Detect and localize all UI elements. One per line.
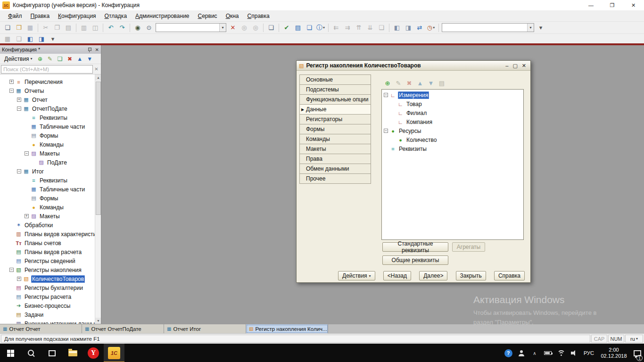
windows-panel-button[interactable]: ◨: [403, 23, 413, 33]
toolbar2-overflow-button[interactable]: ▾: [48, 34, 58, 43]
next-button[interactable]: Далее>: [419, 271, 447, 280]
config-tree-item[interactable]: ▤Регистры расчета: [0, 292, 95, 301]
dialog-tab-11[interactable]: Прочее: [299, 173, 371, 184]
collapse-icon[interactable]: −: [9, 89, 14, 93]
properties-panel-button[interactable]: ◧: [392, 23, 402, 33]
mdi-tab-4[interactable]: ▧Регистр накопления Колич...: [246, 324, 328, 333]
mdi-tab-1[interactable]: ▦Отчет Отчет: [0, 324, 82, 333]
dialog-tab-5[interactable]: Регистраторы: [299, 114, 371, 124]
tree-search-input[interactable]: [1, 65, 93, 74]
config-tree-item[interactable]: +≡Перечисления: [0, 77, 95, 86]
dialog-tab-6[interactable]: Формы: [299, 124, 371, 134]
file-explorer-button[interactable]: [62, 344, 83, 362]
config-tree-item[interactable]: ▤Регистры бухгалтерии: [0, 283, 95, 292]
config-tree-item[interactable]: ●Команды: [0, 140, 95, 149]
dialog-tab-1[interactable]: Основные: [299, 74, 371, 85]
move-up-button[interactable]: ▲: [75, 54, 84, 63]
dialog-tree-item[interactable]: ∟Товар: [382, 99, 523, 108]
dialog-tab-2[interactable]: Подсистемы: [299, 84, 371, 95]
copy-object-button[interactable]: ❏: [56, 54, 65, 63]
dialog-title-bar[interactable]: ▧ Регистр накопления КоличествоТоваров –…: [297, 61, 530, 71]
onec-app-button[interactable]: 1С: [104, 344, 124, 362]
quick-search-combobox[interactable]: [156, 24, 219, 32]
compare-button[interactable]: ⇄: [414, 23, 425, 33]
common-attributes-button[interactable]: Общие реквизиты: [382, 255, 448, 265]
scroll-up-icon[interactable]: ▲: [95, 74, 101, 81]
dialog-tab-8[interactable]: Макеты: [299, 144, 371, 154]
open-document-button[interactable]: ❒: [14, 23, 24, 33]
config-tree-item[interactable]: −▨Макеты: [0, 149, 95, 158]
taskbar-search-button[interactable]: [21, 344, 41, 362]
close-dialog-button[interactable]: Закрыть: [456, 271, 486, 280]
clear-search-button[interactable]: ✕: [228, 23, 238, 33]
config-tree-item[interactable]: +▨Макеты: [0, 212, 95, 221]
start-button[interactable]: [0, 344, 21, 362]
config-tree-item[interactable]: ▦Табличные части: [0, 122, 95, 131]
undo-button[interactable]: ↶: [106, 23, 116, 33]
config-tree-item[interactable]: ➔Бизнес-процессы: [0, 301, 95, 310]
config-tree-item[interactable]: +▦Отчет: [0, 95, 95, 104]
config-tree-item[interactable]: ▤Планы видов расчета: [0, 247, 95, 256]
dialog-close-button[interactable]: ✕: [522, 63, 526, 69]
dialog-tree-item[interactable]: ∟Компания: [382, 117, 523, 126]
toolbar-overflow-button[interactable]: ▾: [536, 23, 546, 33]
menu-item-3[interactable]: Конфигурация: [54, 11, 100, 21]
get-help-tray-button[interactable]: ?: [502, 344, 515, 362]
config-tree-item[interactable]: ▥Внешние источники данных: [0, 319, 95, 324]
dialog-tree-item[interactable]: =Реквизиты: [382, 144, 523, 153]
zoom-button[interactable]: ⊙: [144, 23, 154, 33]
close-button[interactable]: ✕: [623, 0, 644, 10]
config-tree-item[interactable]: =Реквизиты: [0, 176, 95, 185]
open-module-button[interactable]: ❏: [304, 23, 314, 33]
mdi-tab-3[interactable]: ▦Отчет Итог: [164, 324, 246, 333]
expand-icon[interactable]: +: [9, 80, 14, 84]
collapse-icon[interactable]: −: [9, 268, 14, 272]
config-tree-item[interactable]: =Реквизиты: [0, 113, 95, 122]
mdi-tab-2[interactable]: ▦Отчет ОтчетПоДате: [82, 324, 164, 333]
maximize-button[interactable]: ❐: [602, 0, 623, 10]
config-tree-item[interactable]: ✶Обработки: [0, 221, 95, 230]
keyboard-lang-indicator[interactable]: ru ▾: [625, 335, 643, 343]
menu-item-8[interactable]: Справка: [243, 11, 274, 21]
config-tree-item[interactable]: ▦Табличные части: [0, 185, 95, 194]
new-document-button[interactable]: ❏: [2, 23, 13, 33]
collapse-icon[interactable]: −: [384, 129, 388, 133]
show-in-tree-button[interactable]: ❏: [266, 23, 276, 33]
menu-item-5[interactable]: Администрирование: [131, 11, 193, 21]
delete-object-button[interactable]: ✖: [66, 54, 74, 63]
move-down-button[interactable]: ▼: [85, 54, 94, 63]
edit-object-button[interactable]: ✎: [46, 54, 55, 63]
panel-close-icon[interactable]: ✕: [95, 47, 99, 52]
config-tree-item[interactable]: −▦ОтчетПоДате: [0, 104, 95, 113]
battery-tray-button[interactable]: [541, 344, 554, 362]
dialog-maximize-button[interactable]: ▢: [512, 63, 517, 69]
windows-combobox[interactable]: [442, 24, 527, 32]
database-window-button[interactable]: ◨: [36, 34, 47, 43]
people-tray-button[interactable]: [515, 344, 528, 362]
volume-tray-button[interactable]: [568, 344, 581, 362]
dialog-actions-button[interactable]: Действия ▾: [338, 271, 375, 280]
network-tray-button[interactable]: [554, 344, 568, 362]
help-button[interactable]: Справка: [494, 271, 525, 280]
dialog-tab-7[interactable]: Команды: [299, 134, 371, 144]
menu-item-4[interactable]: Отладка: [100, 11, 131, 21]
dialog-tree-item[interactable]: ●Количество: [382, 135, 523, 144]
menu-item-6[interactable]: Сервис: [194, 11, 222, 21]
collapse-icon[interactable]: −: [17, 107, 21, 111]
syntax-check-button[interactable]: ✔: [281, 23, 292, 33]
expand-icon[interactable]: +: [25, 214, 29, 218]
dialog-tree-item[interactable]: ∟Филиал: [382, 108, 523, 117]
config-tree-item[interactable]: −▧Регистры накопления: [0, 265, 95, 274]
menu-item-1[interactable]: Файл: [4, 11, 26, 21]
dropdown-arrow-icon[interactable]: ▾: [527, 24, 534, 32]
config-tree-item[interactable]: ▤Формы: [0, 194, 95, 203]
back-button[interactable]: <Назад: [383, 271, 411, 280]
config-tree-item[interactable]: ▥Планы видов характеристик: [0, 230, 95, 239]
clear-tree-search-icon[interactable]: ✕: [93, 66, 100, 72]
actions-menu-button[interactable]: Действия ▾: [1, 55, 35, 63]
config-tree-item[interactable]: +▧КоличествоТоваров: [0, 274, 95, 283]
configuration-window-button[interactable]: ◧: [25, 34, 35, 43]
config-tree-item[interactable]: ●Команды: [0, 203, 95, 212]
config-tree-item[interactable]: ТтПланы счетов: [0, 239, 95, 247]
dialog-tree-item[interactable]: −●Ресурсы: [382, 126, 523, 135]
